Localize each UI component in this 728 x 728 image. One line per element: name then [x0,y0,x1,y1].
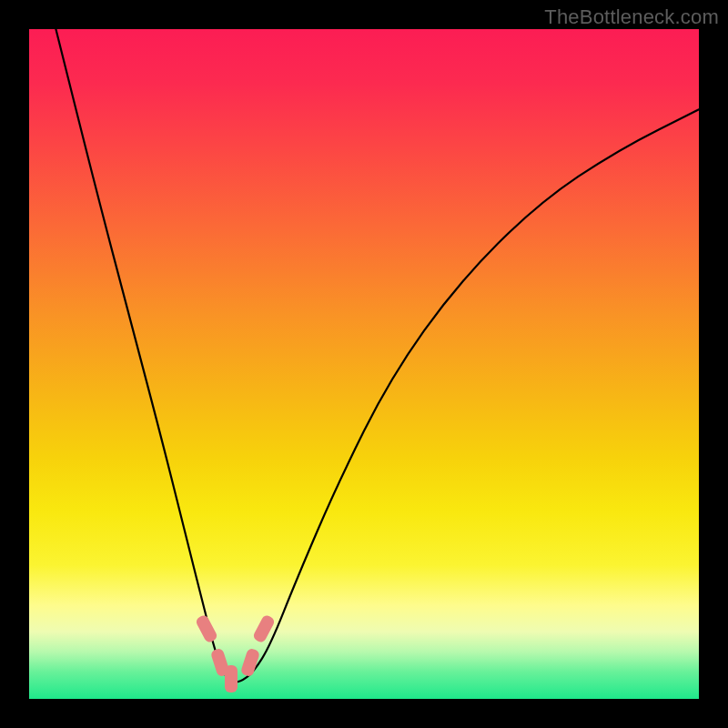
chart-frame: TheBottleneck.com [0,0,728,728]
plot-area [29,29,699,699]
marker-segment [225,665,238,693]
watermark-text: TheBottleneck.com [544,5,719,29]
curve-svg [29,29,699,699]
main-curve [56,29,699,682]
